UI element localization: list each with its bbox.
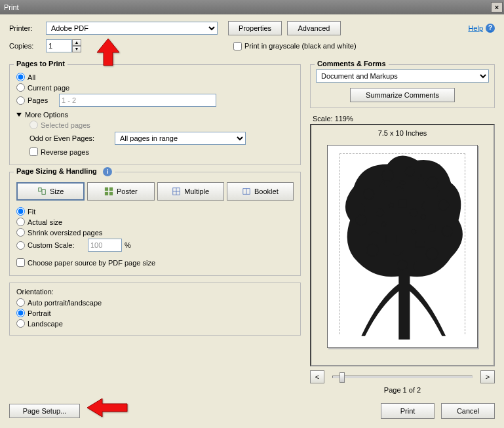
tab-size[interactable]: Size	[16, 182, 85, 201]
annotation-arrow-top	[92, 37, 125, 71]
radio-shrink[interactable]: Shrink oversized pages	[16, 228, 294, 237]
radio-selected-pages[interactable]: Selected pages	[29, 121, 294, 129]
svg-rect-5	[109, 192, 113, 195]
printer-label: Printer:	[9, 24, 46, 32]
multiple-icon	[172, 187, 181, 196]
print-button[interactable]: Print	[381, 403, 435, 419]
copies-input[interactable]	[46, 39, 72, 52]
svg-rect-1	[42, 189, 45, 194]
dimensions-label: 7.5 x 10 Inches	[311, 129, 494, 137]
scale-label: Scale: 119%	[313, 115, 495, 123]
svg-point-22	[389, 203, 393, 208]
slider-thumb[interactable]	[339, 372, 345, 383]
svg-rect-0	[39, 188, 41, 191]
page-setup-button[interactable]: Page Setup...	[9, 404, 80, 418]
sizing-group: Page Sizing & Handling i Size Poster Mul…	[9, 172, 301, 276]
radio-current[interactable]: Current page	[16, 83, 294, 92]
grayscale-checkbox[interactable]: Print in grayscale (black and white)	[233, 42, 357, 50]
help-link[interactable]: Help ?	[468, 24, 495, 33]
window-title: Print	[4, 3, 19, 11]
custom-scale-input[interactable]	[88, 239, 122, 252]
svg-rect-2	[105, 187, 108, 191]
info-icon[interactable]: i	[103, 167, 112, 176]
copies-spinner[interactable]: ▲▼	[72, 39, 81, 52]
summarize-button[interactable]: Summarize Comments	[350, 88, 455, 102]
comments-title: Comments & Forms	[315, 60, 389, 68]
paper-source-checkbox[interactable]: Choose paper source by PDF page size	[16, 258, 294, 267]
size-icon	[37, 187, 47, 196]
tab-poster[interactable]: Poster	[87, 182, 154, 201]
pages-to-print-title: Pages to Print	[14, 60, 68, 68]
svg-point-20	[421, 214, 425, 219]
radio-pages[interactable]: Pages	[16, 94, 294, 107]
printer-select[interactable]: Adobe PDF	[46, 22, 218, 35]
advanced-button[interactable]: Advanced	[287, 21, 341, 35]
orientation-group: Orientation: Auto portrait/landscape Por…	[9, 282, 301, 336]
tab-multiple[interactable]: Multiple	[157, 182, 224, 201]
more-options-toggle[interactable]: More Options	[16, 111, 294, 119]
odd-even-select[interactable]: All pages in range	[115, 132, 246, 145]
radio-fit[interactable]: Fit	[16, 207, 294, 216]
radio-landscape[interactable]: Landscape	[16, 319, 294, 328]
close-button[interactable]: ×	[491, 2, 503, 12]
pages-range-input[interactable]	[59, 94, 216, 107]
comments-select[interactable]: Document and Markups	[316, 69, 489, 83]
properties-button[interactable]: Properties	[228, 21, 282, 35]
sizing-title: Page Sizing & Handling i	[14, 167, 115, 176]
odd-even-label: Odd or Even Pages:	[29, 134, 115, 142]
orientation-title: Orientation:	[16, 288, 294, 296]
dialog-content: Printer: Adobe PDF Properties Advanced H…	[0, 14, 504, 424]
cancel-button[interactable]: Cancel	[441, 403, 495, 419]
radio-custom-scale[interactable]: Custom Scale: %	[16, 239, 294, 252]
print-preview: 7.5 x 10 Inches	[310, 124, 495, 366]
copies-label: Copies:	[9, 42, 46, 50]
radio-all[interactable]: All	[16, 73, 294, 81]
svg-rect-3	[109, 187, 113, 191]
page-slider[interactable]	[332, 376, 473, 378]
radio-auto-orient[interactable]: Auto portrait/landscape	[16, 298, 294, 307]
tree-image	[328, 146, 477, 340]
title-bar: Print ×	[0, 0, 504, 14]
svg-point-23	[412, 229, 416, 234]
comments-group: Comments & Forms Document and Markups Su…	[310, 64, 495, 108]
radio-actual[interactable]: Actual size	[16, 218, 294, 226]
prev-page-button[interactable]: <	[310, 370, 324, 383]
chevron-down-icon	[16, 113, 22, 117]
booklet-icon	[242, 187, 251, 196]
page-indicator: Page 1 of 2	[310, 386, 495, 394]
reverse-checkbox[interactable]: Reverse pages	[29, 147, 294, 156]
svg-point-21	[400, 181, 405, 185]
preview-page	[327, 145, 478, 348]
poster-icon	[104, 187, 113, 196]
next-page-button[interactable]: >	[480, 370, 495, 383]
pages-to-print-group: Pages to Print All Current page Pages Mo…	[9, 64, 301, 165]
annotation-arrow-bottom	[85, 396, 131, 421]
help-icon: ?	[486, 24, 495, 33]
svg-rect-4	[105, 192, 108, 195]
svg-point-19	[381, 222, 386, 226]
tab-booklet[interactable]: Booklet	[227, 182, 294, 201]
radio-portrait[interactable]: Portrait	[16, 309, 294, 317]
